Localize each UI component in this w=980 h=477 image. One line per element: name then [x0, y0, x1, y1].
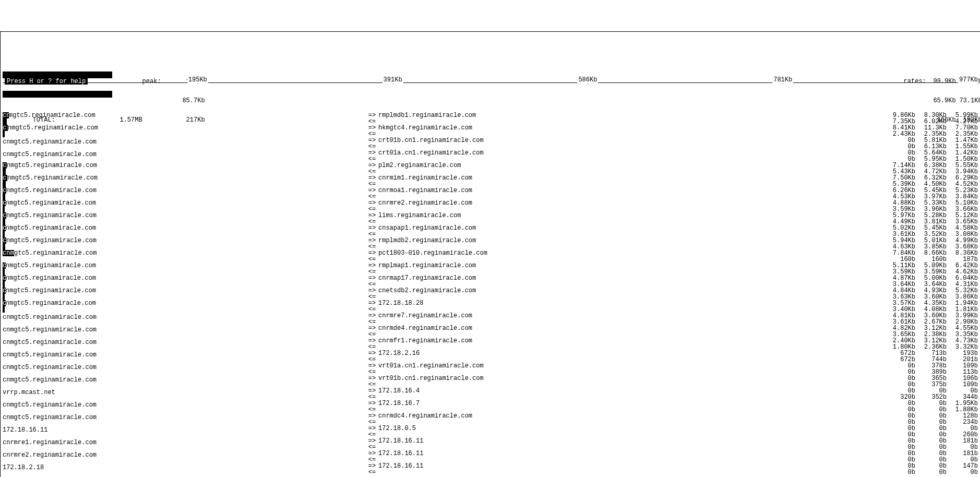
- source-host: nmgtc5.reginamiracle.com: [7, 175, 98, 181]
- source-host: nmgtc5.reginamiracle.com: [6, 275, 96, 281]
- arrow-in-icon: <=: [366, 469, 378, 475]
- tx-rates: 0b0b147b: [874, 463, 978, 469]
- connection-row: cnmgtc5.reginamiracle.com=>pct1803-010.r…: [3, 250, 978, 263]
- connection-row: vrrp.mcast.net=>172.18.16.40b0b0b<=320b3…: [3, 388, 978, 400]
- destination-host: 172.18.16.4: [378, 388, 660, 394]
- destination-host: 172.18.18.28: [378, 300, 660, 306]
- destination-host: rmplmap1.reginamiracle.com: [378, 263, 660, 269]
- connection-row: cnmgtc5.reginamiracle.com=>cnsapap1.regi…: [3, 225, 978, 237]
- connection-row: 172.18.16.11=>172.18.0.50b0b0b<=0b0b260b: [3, 425, 978, 438]
- destination-host: cnsapap1.reginamiracle.com: [378, 225, 660, 231]
- connection-row: cnmgtc5.reginamiracle.com=>lims.reginami…: [3, 212, 978, 225]
- tx-rates: 0b0b0b: [874, 388, 978, 394]
- tx-bar: c: [3, 212, 6, 219]
- destination-host: cnrmap17.reginamiracle.com: [378, 275, 660, 281]
- tx-rates: 0b0b181b: [874, 450, 978, 457]
- connection-row: cnmgtc5.reginamiracle.com=>cnrmdc4.regin…: [3, 413, 978, 425]
- connection-row: cnmgtc5.reginamiracle.com=>vrt01a.cn1.re…: [3, 363, 978, 375]
- rx-rates: 0b0b1.88Kb: [874, 407, 978, 413]
- destination-host: vrt01a.cn1.reginamiracle.com: [378, 363, 660, 369]
- help-hint: Press H or ? for help: [5, 78, 88, 85]
- connection-row: cnmgtc5.reginamiracle.com=>cnetsdb2.regi…: [3, 288, 978, 300]
- source-host: nmgtc5.reginamiracle.com: [6, 300, 96, 306]
- scale-tick: 195Kb: [187, 79, 208, 86]
- scale-tick: 391Kb: [383, 79, 403, 86]
- connection-row: cnmgtc5.reginamiracle.com=>vrt01b.cn1.re…: [3, 375, 978, 388]
- connection-row: cnmgtc5.reginamiracle.com=>cnrmde4.regin…: [3, 325, 978, 338]
- scale-tick: 586Kb: [577, 79, 598, 86]
- connection-row: cnmgtc5.reginamiracle.com=>cnrmim1.regin…: [3, 175, 978, 187]
- source-host: nmgtc5.reginamiracle.com: [6, 288, 96, 294]
- tx-bar: cn: [3, 112, 9, 118]
- connection-row: cnmgtc5.reginamiracle.com=>hkmgtc4.regin…: [3, 125, 978, 137]
- rx-rates: 0b0b260b: [874, 432, 978, 438]
- tx-rates: 0b0b128b: [874, 413, 978, 419]
- destination-host: cnrmoa1.reginamiracle.com: [378, 187, 660, 194]
- scale-tick-label: 781Kb: [772, 76, 793, 84]
- destination-host: 172.18.16.11: [378, 463, 660, 469]
- destination-host: 172.18.16.11: [378, 450, 660, 457]
- scale-tick-label: 391Kb: [383, 76, 403, 84]
- rx-rates: 0b389b113b: [874, 369, 978, 375]
- rx-rates: 0b0b0b: [874, 457, 978, 463]
- tx-bar: c: [3, 175, 7, 181]
- connection-row: cnrmre1.reginamiracle.com=>172.18.16.110…: [3, 438, 978, 450]
- source-host: nmgtc5.reginamiracle.com: [6, 200, 96, 206]
- source-host: mgtc5.reginamiracle.com: [9, 112, 95, 118]
- source-host: nmgtc5.reginamiracle.com: [8, 125, 98, 131]
- tx-bar: cnm: [3, 250, 14, 256]
- tx-rates: 0b0b0b: [874, 425, 978, 432]
- source-host: gtc5.reginamiracle.com: [14, 250, 97, 256]
- destination-host: 172.18.2.16: [378, 350, 660, 356]
- connection-row: cnmgtc5.reginamiracle.com=>cnrmap17.regi…: [3, 275, 978, 288]
- source-host: nmgtc5.reginamiracle.com: [6, 225, 96, 231]
- destination-host: rmplmdb2.reginamiracle.com: [378, 237, 660, 244]
- destination-host: 172.18.16.7: [378, 400, 660, 407]
- rx-rates: 672b744b201b: [874, 356, 978, 363]
- connection-row: cnmgtc5.reginamiracle.com=>rmplmap1.regi…: [3, 263, 978, 275]
- connection-row: cnmgtc5.reginamiracle.com=>rmplmdb1.regi…: [3, 112, 978, 125]
- destination-host: rmplmdb1.reginamiracle.com: [378, 112, 660, 118]
- connection-row: cnrmre2.reginamiracle.com=>172.18.16.110…: [3, 450, 978, 463]
- connection-row: cnmgtc5.reginamiracle.com=>cnrmre2.regin…: [3, 200, 978, 212]
- tx-rates: 672b713b193b: [874, 350, 978, 356]
- tx-bar: c: [3, 125, 8, 131]
- connection-row: cnmgtc5.reginamiracle.com=>cnrmoa1.regin…: [3, 187, 978, 200]
- scale-ruler: Press H or ? for help 195Kb391Kb586Kb781…: [3, 79, 978, 86]
- rx-bar: [3, 306, 5, 313]
- scale-line: [3, 82, 978, 83]
- destination-host: crt01a.cn1.reginamiracle.com: [378, 150, 660, 156]
- tx-rates: 0b0b181b: [874, 438, 978, 444]
- connection-row: cnmgtc5.reginamiracle.com=>plm2.reginami…: [3, 162, 978, 175]
- connection-row: cnmgtc5.reginamiracle.com=>crt01a.cn1.re…: [3, 150, 978, 162]
- connection-row: cnmgtc5.reginamiracle.com=>rmplmdb2.regi…: [3, 237, 978, 250]
- destination-host: cnrmdc4.reginamiracle.com: [378, 413, 660, 419]
- destination-host: cnrmde4.reginamiracle.com: [378, 325, 660, 331]
- destination-host: 172.18.0.5: [378, 425, 660, 432]
- destination-host: lims.reginamiracle.com: [378, 212, 660, 219]
- destination-host: cnrmim1.reginamiracle.com: [378, 175, 660, 181]
- destination-host: 172.18.16.11: [378, 438, 660, 444]
- destination-host: hkmgtc4.reginamiracle.com: [378, 125, 660, 131]
- rx-bar: [3, 131, 5, 137]
- rx-rates: 0b375b109b: [874, 381, 978, 388]
- rx-rates: 0b0b0b: [874, 444, 978, 450]
- tx-rates: 0b365b106b: [874, 375, 978, 381]
- connection-row: cnmgtc5.reginamiracle.com=>cnrmfr1.regin…: [3, 338, 978, 350]
- destination-host: cnrmfr1.reginamiracle.com: [378, 338, 660, 344]
- connections-table: cnmgtc5.reginamiracle.com=>rmplmdb1.regi…: [3, 112, 978, 475]
- source-host: nmgtc5.reginamiracle.com: [6, 237, 97, 244]
- destination-host: crt01b.cn1.reginamiracle.com: [378, 137, 660, 144]
- destination-host: cnetsdb2.reginamiracle.com: [378, 288, 660, 294]
- tx-rates: 7.84Kb8.66Kb8.36Kb: [874, 250, 978, 256]
- connection-row: cnmgtc5.reginamiracle.com=>172.18.16.70b…: [3, 400, 978, 413]
- source-host: nmgtc5.reginamiracle.com: [6, 187, 97, 194]
- tx-rates: 0b378b109b: [874, 363, 978, 369]
- source-host: nmgtc5.reginamiracle.com: [6, 212, 97, 219]
- connection-row: cnmgtc5.reginamiracle.com=>crt01b.cn1.re…: [3, 137, 978, 150]
- destination-host: cnrmre7.reginamiracle.com: [378, 313, 660, 319]
- scale-tick-label: 977Kb: [958, 76, 978, 84]
- destination-host: vrt01b.cn1.reginamiracle.com: [378, 375, 660, 381]
- destination-host: cnrmre2.reginamiracle.com: [378, 200, 660, 206]
- connection-row: cnmgtc5.reginamiracle.com=>cnrmre7.regin…: [3, 313, 978, 325]
